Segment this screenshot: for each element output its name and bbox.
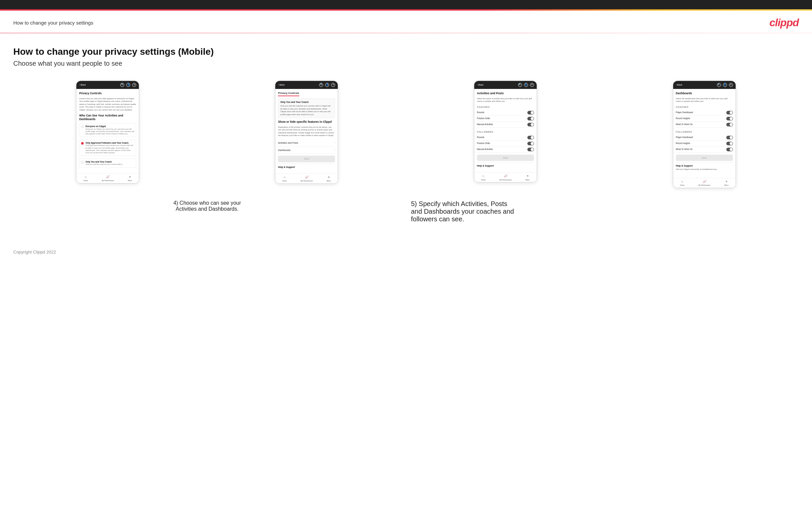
toggle-playerdash-coaches: Player Dashboard <box>676 110 733 116</box>
header-divider <box>0 33 812 33</box>
save-button-3[interactable]: Save <box>477 155 534 161</box>
footer: Copyright Clippd 2022 <box>0 243 812 261</box>
toggle-workOn-coaches-switch[interactable] <box>726 123 733 126</box>
toggle-drills-coaches-switch[interactable] <box>527 117 534 120</box>
nav-home-1[interactable]: ⌂ Home <box>83 175 88 182</box>
arrow-icon: › <box>334 142 335 145</box>
followers-label-4: FOLLOWERS <box>676 130 733 133</box>
nav-performance-1[interactable]: 📈 My Performance <box>102 175 114 182</box>
nav-performance-2[interactable]: 📈 My Performance <box>301 175 313 182</box>
people-icon[interactable]: 👤 <box>126 83 130 87</box>
top-bar-accent <box>0 9 812 11</box>
back-button-4[interactable]: ‹ Back <box>676 83 682 86</box>
phone-mockup-1: ‹ Back 🔍 👤 ⚙ Privacy Controls Control ho… <box>76 80 139 183</box>
screenshots-row: ‹ Back 🔍 👤 ⚙ Privacy Controls Control ho… <box>13 80 799 188</box>
header-title: How to change your privacy settings <box>13 20 93 25</box>
phone-group-2: ‹ Back 🔍 👤 ⚙ Privacy Controls Only You a… <box>212 80 401 184</box>
only-you-callout: Only You and Your Coach Only you and the… <box>278 98 335 118</box>
nav-menu-2[interactable]: ≡ Menu <box>327 175 331 182</box>
caption-5-area: 5) Specify which Activities, Posts and D… <box>411 195 799 223</box>
phone-body-3: Activities and Posts Select the types of… <box>474 89 537 172</box>
toggle-drills-followers-switch[interactable] <box>527 142 534 145</box>
phone-icons-2: 🔍 👤 ⚙ <box>319 83 335 87</box>
phone-group-4: ‹ Back 🔍 👤 ⚙ Dashboards Select the dashb… <box>610 80 799 188</box>
radio-everyone[interactable] <box>81 125 84 128</box>
who-can-see-title: Who Can See Your Activities and Dashboar… <box>79 114 136 121</box>
toggle-rounds-followers-switch[interactable] <box>527 136 534 139</box>
nav-menu-1[interactable]: ≡ Menu <box>128 175 132 182</box>
phone-icons-1: 🔍 👤 ⚙ <box>120 83 136 87</box>
save-button-4[interactable]: Save <box>676 155 733 161</box>
phone-header-3: ‹ Back 🔍 👤 ⚙ <box>474 81 537 89</box>
phone-icons-3: 🔍 👤 ⚙ <box>518 83 534 87</box>
menu-icon-3: ≡ <box>527 174 528 178</box>
chart-icon-4: 📈 <box>703 180 706 184</box>
radio-only-you[interactable] <box>81 161 84 164</box>
top-bar <box>0 0 812 11</box>
search-icon-2[interactable]: 🔍 <box>319 83 323 87</box>
radio-approved[interactable] <box>81 142 84 145</box>
settings-icon-3[interactable]: ⚙ <box>530 83 534 87</box>
settings-icon-2[interactable]: ⚙ <box>331 83 335 87</box>
list-dashboards[interactable]: Dashboards › <box>278 147 335 154</box>
search-icon-3[interactable]: 🔍 <box>518 83 522 87</box>
search-icon-4[interactable]: 🔍 <box>717 83 721 87</box>
save-button-2[interactable]: Save <box>278 156 335 162</box>
toggle-playerdash-coaches-switch[interactable] <box>726 111 733 114</box>
nav-home-2[interactable]: ⌂ Home <box>282 175 287 182</box>
phone-mockup-2: ‹ Back 🔍 👤 ⚙ Privacy Controls Only You a… <box>275 80 338 184</box>
privacy-controls-title: Privacy Controls <box>79 92 136 95</box>
people-icon-4[interactable]: 👤 <box>723 83 727 87</box>
phone-mockup-4: ‹ Back 🔍 👤 ⚙ Dashboards Select the dashb… <box>673 80 736 188</box>
list-activities-posts[interactable]: Activities and Posts › <box>278 140 335 147</box>
coaches-label-3: COACHES <box>477 106 534 109</box>
nav-menu-3[interactable]: ≡ Menu <box>525 174 530 181</box>
phone-nav-4: ⌂ Home 📈 My Performance ≡ Menu <box>673 178 735 188</box>
back-button-3[interactable]: ‹ Back <box>477 83 484 86</box>
menu-icon: ≡ <box>129 175 131 179</box>
toggle-rounds-coaches-switch[interactable] <box>527 111 534 114</box>
settings-icon-4[interactable]: ⚙ <box>729 83 733 87</box>
phone-mockup-3: ‹ Back 🔍 👤 ⚙ Activities and Posts Select… <box>474 80 537 182</box>
toggle-playerdash-followers-switch[interactable] <box>726 136 733 139</box>
nav-home-4[interactable]: ⌂ Home <box>680 180 684 186</box>
phone-body-1: Privacy Controls Control how you and you… <box>77 89 139 173</box>
coaches-label-4: COACHES <box>676 106 733 109</box>
option-approved[interactable]: Only Approved Followers and Your Coach O… <box>79 140 136 156</box>
toggle-rounds-followers: Rounds <box>477 135 534 141</box>
toggle-roundinsights-followers-switch[interactable] <box>726 142 733 145</box>
privacy-controls-tab[interactable]: Privacy Controls <box>278 92 299 96</box>
arrow-icon-2: › <box>334 148 335 152</box>
phone-body-2: Privacy Controls Only You and Your Coach… <box>275 89 338 174</box>
show-hide-title: Show or hide specific features in Clippd <box>278 120 335 124</box>
dashboards-title: Dashboards <box>676 92 733 95</box>
toggle-workOn-followers-switch[interactable] <box>726 148 733 151</box>
people-icon-2[interactable]: 👤 <box>325 83 329 87</box>
nav-performance-3[interactable]: 📈 My Performance <box>500 174 512 181</box>
people-icon-3[interactable]: 👤 <box>524 83 528 87</box>
phone-nav-3: ⌂ Home 📈 My Performance ≡ Menu <box>474 172 537 182</box>
back-button-1[interactable]: ‹ Back <box>79 83 86 86</box>
toggle-roundinsights-coaches-switch[interactable] <box>726 117 733 120</box>
phone-group-3: ‹ Back 🔍 👤 ⚙ Activities and Posts Select… <box>411 80 600 182</box>
home-icon: ⌂ <box>85 175 86 179</box>
toggle-drills-followers: Practice Drills <box>477 141 534 147</box>
toggle-rounds-coaches: Rounds <box>477 110 534 116</box>
toggle-manual-followers-switch[interactable] <box>527 148 534 151</box>
toggle-manual-coaches-switch[interactable] <box>527 123 534 126</box>
show-hide-desc: Regardless of the privacy controls that … <box>278 126 335 137</box>
page-heading: How to change your privacy settings (Mob… <box>13 47 799 57</box>
activities-posts-title: Activities and Posts <box>477 92 534 95</box>
followers-label-3: FOLLOWERS <box>477 130 534 133</box>
copyright: Copyright Clippd 2022 <box>13 249 56 255</box>
option-only-you[interactable]: Only You and Your Coach Only you and the… <box>79 159 136 168</box>
back-button-2[interactable]: ‹ Back <box>278 83 285 86</box>
nav-performance-4[interactable]: 📈 My Performance <box>698 180 711 186</box>
option-everyone[interactable]: Everyone on Clippd Everyone on Clippd ca… <box>79 123 136 137</box>
dashboards-desc: Select the dashboards that you'd like to… <box>676 97 733 103</box>
nav-menu-4[interactable]: ≡ Menu <box>724 180 729 186</box>
caption-4: 4) Choose who can see your Activities an… <box>171 200 244 223</box>
nav-home-3[interactable]: ⌂ Home <box>481 174 486 181</box>
settings-icon[interactable]: ⚙ <box>132 83 136 87</box>
search-icon[interactable]: 🔍 <box>120 83 124 87</box>
